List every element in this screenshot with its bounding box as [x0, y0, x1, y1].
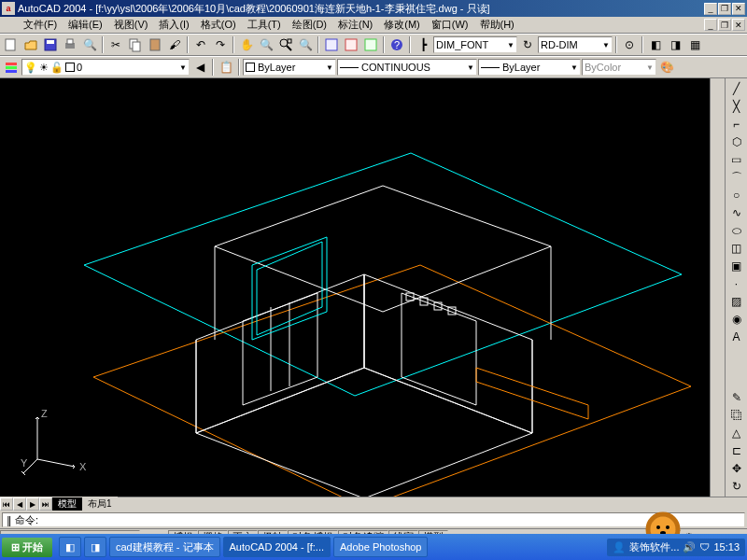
designcenter-button[interactable]	[342, 35, 360, 54]
preview-button[interactable]: 🔍	[80, 35, 99, 54]
ellipse-tool[interactable]: ⬭	[727, 222, 746, 239]
minimize-button[interactable]: _	[704, 3, 717, 15]
color-dropdown[interactable]: ByLayer▼	[243, 59, 336, 76]
zoom-window-button[interactable]	[276, 35, 295, 54]
dimset-dropdown[interactable]: RD-DIM▼	[538, 36, 613, 53]
copy-tool[interactable]: ⿻	[727, 407, 746, 424]
tray-shield-icon[interactable]: 🛡	[699, 541, 710, 553]
tab-first-button[interactable]: ⏮	[0, 497, 13, 511]
offset-tool[interactable]: ⊏	[727, 442, 746, 459]
tray-volume-icon[interactable]: 🔊	[683, 541, 696, 553]
plotstyle-button[interactable]: 🎨	[657, 58, 676, 77]
dim-icon[interactable]: ┣	[414, 35, 432, 54]
hatch-tool[interactable]: ▨	[727, 293, 746, 310]
copy-button[interactable]	[126, 35, 145, 54]
lineweight-dropdown[interactable]: ByLayer▼	[478, 59, 581, 76]
cut-button[interactable]: ✂	[106, 35, 125, 54]
menu-window[interactable]: 窗口(W)	[426, 17, 474, 33]
menu-format[interactable]: 格式(O)	[195, 17, 242, 33]
mirror-tool[interactable]: △	[727, 425, 746, 441]
help-button[interactable]: ?	[388, 35, 406, 54]
layer-manager-button[interactable]	[2, 58, 21, 77]
rotate-tool[interactable]: ↻	[727, 478, 746, 495]
snap-from-button[interactable]: ⊙	[620, 35, 639, 54]
quicklaunch-1[interactable]: ◧	[59, 537, 81, 557]
arc-tool[interactable]: ⌒	[727, 169, 746, 186]
tab-next-button[interactable]: ▶	[26, 497, 39, 511]
open-button[interactable]	[21, 35, 40, 54]
clock[interactable]: 15:13	[713, 541, 740, 553]
print-button[interactable]	[61, 35, 79, 54]
tab-prev-button[interactable]: ◀	[13, 497, 26, 511]
layer-states-button[interactable]: 📋	[217, 58, 235, 77]
view-button[interactable]: ▦	[685, 35, 704, 54]
start-button[interactable]: ⊞开始	[2, 538, 52, 557]
zoom-prev-button[interactable]: 🔍	[296, 35, 315, 54]
paste-button[interactable]	[146, 35, 164, 54]
standard-toolbar: 🔍 ✂ 🖌 ↶ ↷ ✋ 🔍 🔍 ? ┣ DIM_FONT▼ ↻ RD-DIM▼ …	[0, 34, 747, 56]
toolpalette-button[interactable]	[361, 35, 380, 54]
menu-edit[interactable]: 编辑(E)	[63, 17, 108, 33]
spline-tool[interactable]: ∿	[727, 204, 746, 221]
menu-tools[interactable]: 工具(T)	[242, 17, 287, 33]
line-tool[interactable]: ╱	[727, 80, 746, 97]
save-button[interactable]	[41, 35, 60, 54]
ucs-button[interactable]: ◧	[646, 35, 665, 54]
taskbar-item-notepad[interactable]: cad建模教程 - 记事本	[109, 537, 220, 557]
insert-tool[interactable]: ◫	[727, 240, 746, 257]
block-tool[interactable]: ▣	[727, 258, 746, 274]
vertical-scrollbar[interactable]	[710, 78, 725, 497]
dimstyle-dropdown[interactable]: DIM_FONT▼	[433, 36, 517, 53]
command-line[interactable]: ‖命令:	[2, 512, 745, 527]
region-tool[interactable]: ◉	[727, 311, 746, 328]
model-viewport[interactable]: X Y Z	[0, 78, 710, 497]
svg-text:Z: Z	[41, 408, 48, 419]
mdi-close-button[interactable]: ✕	[732, 19, 745, 31]
mdi-restore-button[interactable]: ❐	[718, 19, 731, 31]
tray-app-icon[interactable]: 👤	[613, 541, 626, 553]
circle-tool[interactable]: ○	[727, 187, 746, 203]
pan-button[interactable]: ✋	[237, 35, 256, 54]
redo-button[interactable]: ↷	[211, 35, 230, 54]
taskbar-item-photoshop[interactable]: Adobe Photoshop	[333, 537, 428, 557]
system-tray[interactable]: 👤 装饰软件... 🔊 🛡 15:13	[607, 539, 745, 556]
menu-insert[interactable]: 插入(I)	[153, 17, 194, 33]
maximize-button[interactable]: ❐	[718, 3, 731, 15]
menu-draw[interactable]: 绘图(D)	[287, 17, 332, 33]
quicklaunch-2[interactable]: ◨	[84, 537, 106, 557]
plotstyle-dropdown[interactable]: ByColor▼	[582, 59, 656, 76]
tab-layout1[interactable]: 布局1	[82, 497, 118, 511]
menu-dim[interactable]: 标注(N)	[332, 17, 378, 33]
layer-prev-button[interactable]: ◀	[190, 58, 209, 77]
menu-modify[interactable]: 修改(M)	[378, 17, 426, 33]
undo-button[interactable]: ↶	[191, 35, 210, 54]
svg-rect-13	[365, 39, 376, 50]
pline-tool[interactable]: ⌐	[727, 116, 746, 133]
linetype-dropdown[interactable]: CONTINUOUS▼	[337, 59, 477, 76]
text-tool[interactable]: A	[727, 329, 746, 345]
close-button[interactable]: ✕	[732, 3, 745, 15]
tab-last-button[interactable]: ⏭	[39, 497, 52, 511]
polygon-tool[interactable]: ⬡	[727, 133, 746, 150]
match-button[interactable]: 🖌	[165, 35, 184, 54]
menu-help[interactable]: 帮助(H)	[474, 17, 520, 33]
point-tool[interactable]: ·	[727, 275, 746, 292]
svg-rect-17	[6, 66, 17, 69]
layer-name: 0	[77, 62, 82, 73]
move-tool[interactable]: ✥	[727, 460, 746, 477]
tab-model[interactable]: 模型	[52, 497, 82, 511]
menu-view[interactable]: 视图(V)	[108, 17, 154, 33]
menu-file[interactable]: 文件(F)	[18, 17, 63, 33]
taskbar-item-autocad[interactable]: AutoCAD 2004 - [f:...	[223, 537, 331, 557]
layer-dropdown[interactable]: 💡 ☀ 🔓 0 ▼	[21, 59, 190, 76]
new-button[interactable]	[2, 35, 21, 54]
svg-marker-39	[257, 242, 322, 335]
ucs-prev-button[interactable]: ◨	[666, 35, 684, 54]
erase-tool[interactable]: ✎	[727, 389, 746, 406]
zoom-rt-button[interactable]: 🔍	[257, 35, 275, 54]
dim-update-button[interactable]: ↻	[518, 35, 537, 54]
mdi-minimize-button[interactable]: _	[704, 19, 717, 31]
rect-tool[interactable]: ▭	[727, 151, 746, 168]
xline-tool[interactable]: ╳	[727, 98, 746, 115]
properties-button[interactable]	[322, 35, 341, 54]
